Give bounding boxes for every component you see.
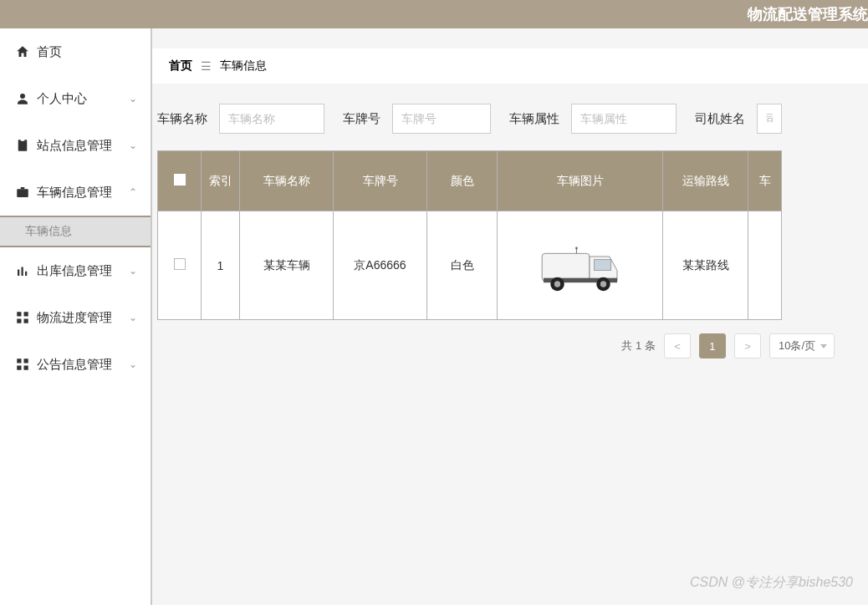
th-route: 运输路线: [663, 151, 748, 211]
table-wrap: 索引 车辆名称 车牌号 颜色 车辆图片 运输路线 车 1 某某车辆 京A666: [152, 150, 868, 320]
search-label-name: 车辆名称: [157, 111, 207, 127]
svg-point-22: [600, 281, 605, 287]
bars-icon: [15, 263, 30, 278]
sidebar-label: 公告信息管理: [37, 357, 112, 373]
sidebar-label: 个人中心: [37, 91, 87, 107]
cell-name: 某某车辆: [240, 211, 334, 320]
search-label-attr: 车辆属性: [509, 111, 559, 127]
th-name: 车辆名称: [240, 151, 334, 211]
cell-plate: 京A66666: [334, 211, 427, 320]
chevron-up-icon: ⌃: [129, 186, 137, 198]
th-plate: 车牌号: [334, 151, 427, 211]
app-title: 物流配送管理系统: [748, 4, 868, 24]
svg-rect-9: [24, 312, 28, 316]
sidebar-subitem-label: 车辆信息: [25, 224, 72, 239]
svg-rect-13: [24, 358, 28, 363]
th-image: 车辆图片: [498, 151, 663, 211]
sidebar-item-vehicle[interactable]: 车辆信息管理 ⌃: [0, 169, 151, 216]
th-attr: 车: [748, 151, 782, 211]
sidebar-label: 出库信息管理: [37, 263, 112, 279]
cell-route: 某某路线: [663, 211, 748, 320]
svg-point-20: [554, 281, 559, 287]
th-index: 索引: [202, 151, 240, 211]
row-checkbox[interactable]: [174, 258, 186, 270]
pagination-total: 共 1 条: [621, 338, 655, 353]
search-input-name[interactable]: [219, 104, 324, 134]
sidebar-item-outbound[interactable]: 出库信息管理 ⌄: [0, 247, 151, 294]
breadcrumb-sep-icon: ☰: [201, 59, 212, 73]
main-content: 首页 ☰ 车辆信息 车辆名称 车牌号 车辆属性 司机姓名 索引 车辆名称 车: [152, 28, 868, 605]
svg-point-0: [20, 94, 25, 99]
table-row: 1 某某车辆 京A66666 白色: [158, 211, 782, 320]
svg-rect-8: [17, 312, 21, 316]
th-color: 颜色: [427, 151, 498, 211]
vehicle-image: [534, 232, 626, 299]
sidebar-label: 首页: [37, 44, 62, 60]
select-all-checkbox[interactable]: [174, 174, 186, 186]
svg-rect-3: [17, 189, 28, 197]
sidebar-label: 物流进度管理: [37, 310, 112, 326]
page-size-label: 10条/页: [779, 338, 815, 353]
search-label-plate: 车牌号: [343, 111, 380, 127]
search-input-driver[interactable]: [757, 104, 782, 134]
sidebar-label: 站点信息管理: [37, 138, 112, 154]
chevron-down-icon: ⌄: [129, 312, 137, 323]
chevron-down-icon: ⌄: [129, 358, 137, 370]
cell-color: 白色: [427, 211, 498, 320]
user-icon: [15, 91, 30, 106]
svg-rect-14: [17, 366, 21, 370]
svg-rect-4: [21, 187, 25, 189]
chevron-down-icon: ⌄: [129, 265, 137, 277]
grid-icon: [15, 310, 30, 325]
svg-rect-11: [24, 319, 28, 323]
search-input-plate[interactable]: [392, 104, 491, 134]
sidebar-item-station[interactable]: 站点信息管理 ⌄: [0, 122, 151, 169]
svg-point-24: [575, 247, 578, 249]
breadcrumb-root[interactable]: 首页: [169, 58, 192, 74]
sidebar-subitem-vehicle-info[interactable]: 车辆信息: [0, 216, 151, 247]
sidebar-item-notice[interactable]: 公告信息管理 ⌄: [0, 341, 151, 388]
search-input-attr[interactable]: [571, 104, 677, 134]
breadcrumb-current: 车辆信息: [220, 58, 267, 74]
breadcrumb: 首页 ☰ 车辆信息: [152, 48, 868, 84]
chevron-down-icon: ⌄: [129, 140, 137, 151]
search-row: 车辆名称 车牌号 车辆属性 司机姓名: [152, 84, 868, 150]
sidebar-item-profile[interactable]: 个人中心 ⌄: [0, 75, 151, 122]
sidebar-label: 车辆信息管理: [37, 185, 112, 201]
svg-rect-10: [17, 319, 21, 323]
svg-rect-6: [22, 267, 23, 277]
pagination-next-button[interactable]: >: [734, 333, 761, 358]
clipboard-icon: [15, 138, 30, 153]
svg-rect-7: [25, 272, 27, 276]
sidebar-item-home[interactable]: 首页: [0, 28, 151, 75]
svg-rect-1: [18, 140, 28, 151]
table-header-row: 索引 车辆名称 车牌号 颜色 车辆图片 运输路线 车: [158, 151, 782, 211]
cell-image: [498, 211, 663, 320]
sidebar-item-progress[interactable]: 物流进度管理 ⌄: [0, 294, 151, 341]
topbar: 物流配送管理系统: [0, 0, 868, 28]
cell-attr: [748, 211, 782, 320]
cell-index: 1: [202, 211, 240, 320]
briefcase-icon: [15, 185, 30, 200]
pagination: 共 1 条 < 1 > 10条/页: [152, 320, 868, 358]
page-size-select[interactable]: 10条/页: [769, 333, 835, 358]
search-label-driver: 司机姓名: [695, 111, 745, 127]
svg-rect-5: [18, 270, 19, 277]
svg-rect-2: [21, 139, 25, 141]
grid-icon: [15, 357, 30, 372]
chevron-down-icon: ⌄: [129, 93, 137, 104]
svg-rect-15: [24, 366, 28, 370]
home-icon: [15, 44, 30, 59]
vehicle-table: 索引 车辆名称 车牌号 颜色 车辆图片 运输路线 车 1 某某车辆 京A666: [157, 150, 782, 320]
svg-rect-12: [17, 358, 21, 363]
pagination-page-1[interactable]: 1: [699, 333, 726, 358]
svg-rect-16: [542, 253, 590, 281]
svg-rect-17: [594, 259, 610, 270]
sidebar: 首页 个人中心 ⌄ 站点信息管理 ⌄ 车辆信息管理 ⌃ 车辆信息 出库信息管理 …: [0, 28, 152, 605]
pagination-prev-button[interactable]: <: [664, 333, 691, 358]
